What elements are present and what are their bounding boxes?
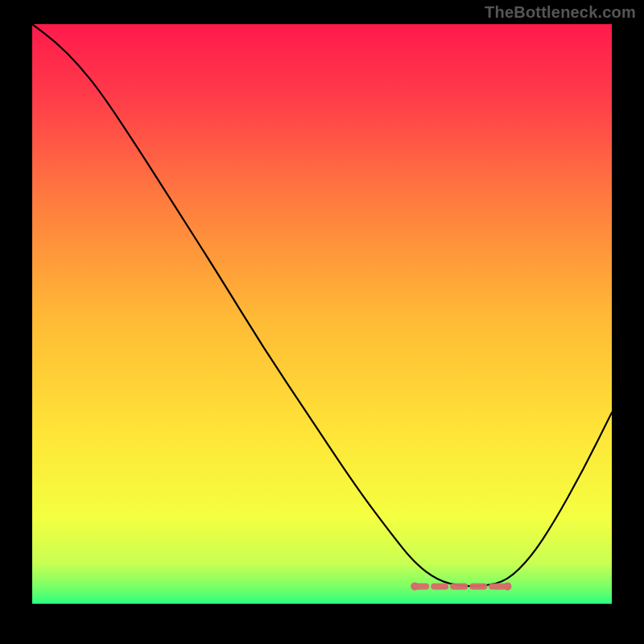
- watermark-text: TheBottleneck.com: [485, 3, 636, 22]
- optimal-zone-start-dot: [411, 582, 419, 590]
- chart-svg: [32, 24, 612, 604]
- optimal-zone-end-dot: [503, 582, 511, 590]
- chart-background: [32, 24, 612, 604]
- chart-plot-area: [32, 24, 612, 604]
